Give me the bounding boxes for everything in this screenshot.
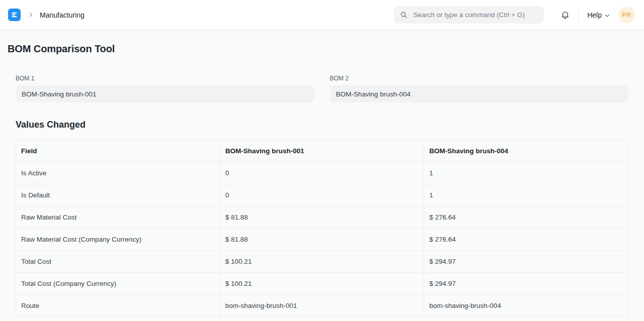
table-header-row: Field BOM-Shaving brush-001 BOM-Shaving …: [16, 140, 628, 162]
table-row: Total Cost (Company Currency)$ 100.21$ 2…: [16, 273, 628, 295]
value-cell: $ 276.64: [424, 206, 628, 229]
field-name-cell: Raw Material Cost: [16, 206, 220, 229]
page-container: BOM Comparison Tool BOM 1 BOM-Shaving br…: [0, 30, 644, 317]
table-row: Is Active01: [16, 162, 628, 184]
field-name-cell: Is Active: [16, 162, 220, 184]
bom1-input[interactable]: BOM-Shaving brush-001: [16, 85, 314, 102]
value-cell: 0: [220, 162, 424, 184]
section-title-values-changed: Values Changed: [16, 120, 628, 130]
bom1-field: BOM 1 BOM-Shaving brush-001: [16, 75, 314, 102]
bom-fields-row: BOM 1 BOM-Shaving brush-001 BOM 2 BOM-Sh…: [16, 75, 628, 102]
table-row: Routebom-shaving-brush-001bom-shaving-br…: [16, 295, 628, 317]
user-avatar[interactable]: PR: [618, 7, 635, 23]
table-row: Total Cost$ 100.21$ 294.97: [16, 251, 628, 273]
value-cell: 1: [424, 162, 628, 184]
notifications-button[interactable]: [560, 10, 570, 20]
avatar-initials: PR: [622, 11, 631, 19]
help-menu-label: Help: [587, 11, 602, 19]
page-title: BOM Comparison Tool: [8, 43, 636, 55]
value-cell: $ 100.21: [220, 273, 424, 295]
form-area: BOM 1 BOM-Shaving brush-001 BOM 2 BOM-Sh…: [16, 75, 628, 317]
value-cell: 1: [424, 184, 628, 206]
bom1-label: BOM 1: [16, 75, 314, 82]
value-cell: $ 81.88: [220, 229, 424, 251]
global-search[interactable]: [394, 6, 544, 24]
bom2-label: BOM 2: [330, 75, 629, 82]
value-cell: 0: [220, 184, 424, 206]
column-header-field: Field: [16, 140, 220, 162]
search-icon: [400, 11, 408, 19]
table-row: Is Default01: [16, 184, 628, 206]
erpnext-logo-icon: [10, 11, 19, 19]
navbar-divider: [578, 9, 579, 21]
value-cell: bom-shaving-brush-004: [424, 295, 628, 317]
breadcrumb[interactable]: Manufacturing: [40, 11, 85, 19]
comparison-table: Field BOM-Shaving brush-001 BOM-Shaving …: [16, 140, 628, 317]
column-header-bom2: BOM-Shaving brush-004: [424, 140, 628, 162]
field-name-cell: Total Cost (Company Currency): [16, 273, 220, 295]
value-cell: bom-shaving-brush-001: [220, 295, 424, 317]
search-input[interactable]: [412, 11, 538, 19]
chevron-right-icon: [27, 11, 35, 19]
value-cell: $ 81.88: [220, 206, 424, 229]
navbar-right: Help PR: [394, 6, 635, 24]
field-name-cell: Total Cost: [16, 251, 220, 273]
comparison-table-body: Is Active01Is Default01Raw Material Cost…: [16, 162, 628, 317]
navbar: Manufacturing Help PR: [0, 0, 644, 30]
field-name-cell: Route: [16, 295, 220, 317]
app-logo[interactable]: [8, 9, 21, 21]
value-cell: $ 100.21: [220, 251, 424, 273]
help-menu[interactable]: Help: [587, 11, 610, 19]
value-cell: $ 276.64: [424, 229, 628, 251]
chevron-down-icon: [604, 12, 610, 19]
field-name-cell: Is Default: [16, 184, 220, 206]
field-name-cell: Raw Material Cost (Company Currency): [16, 229, 220, 251]
bom2-field: BOM 2 BOM-Shaving brush-004: [330, 75, 629, 102]
value-cell: $ 294.97: [424, 251, 628, 273]
bell-icon: [560, 10, 570, 20]
column-header-bom1: BOM-Shaving brush-001: [220, 140, 424, 162]
value-cell: $ 294.97: [424, 273, 628, 295]
bom2-input[interactable]: BOM-Shaving brush-004: [330, 85, 629, 102]
table-row: Raw Material Cost (Company Currency)$ 81…: [16, 229, 628, 251]
table-row: Raw Material Cost$ 81.88$ 276.64: [16, 206, 628, 229]
